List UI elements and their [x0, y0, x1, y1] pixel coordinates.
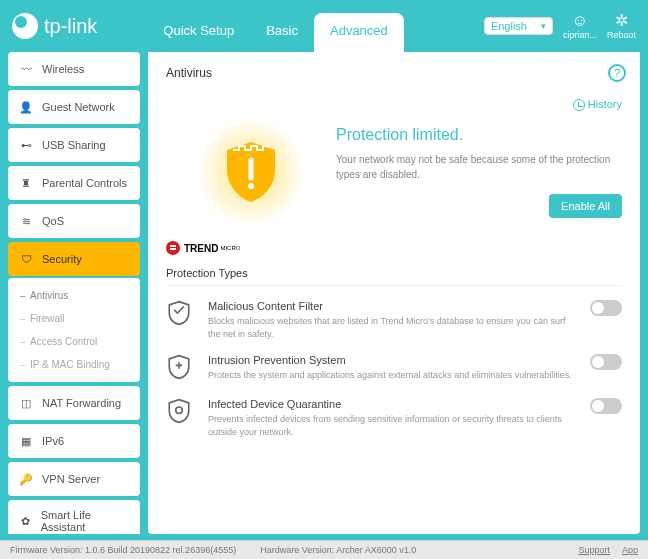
sub-item-ipmac[interactable]: IP & MAC Binding: [8, 353, 140, 376]
usb-icon: ⊷: [18, 137, 34, 153]
trend-label: TREND: [184, 243, 218, 254]
section-title: Protection Types: [166, 267, 622, 286]
ptype-body: Infected Device Quarantine Prevents infe…: [208, 398, 576, 438]
svg-point-1: [176, 407, 183, 414]
smart-icon: ✿: [18, 513, 33, 529]
status-shield-wrap: [166, 117, 336, 227]
status-row: Protection limited. Your network may not…: [166, 117, 622, 227]
sidebar-label: IPv6: [42, 435, 64, 447]
hw-version: Hardware Version: Archer AX6000 v1.0: [260, 545, 416, 555]
sidebar-label: VPN Server: [42, 473, 100, 485]
user-icon: ☺: [563, 11, 597, 30]
sidebar-label: QoS: [42, 215, 64, 227]
sidebar-label: Wireless: [42, 63, 84, 75]
ptype-desc: Prevents infected devices from sending s…: [208, 413, 576, 438]
sidebar-label: Smart Life Assistant: [41, 509, 130, 533]
qos-icon: ≋: [18, 213, 34, 229]
shield-icon: 🛡: [18, 251, 34, 267]
enable-all-button[interactable]: Enable All: [549, 194, 622, 218]
ptype-name: Malicious Content Filter: [208, 300, 576, 312]
wifi-icon: 〰: [18, 61, 34, 77]
sidebar: 〰Wireless 👤Guest Network ⊷USB Sharing ♜P…: [8, 52, 140, 534]
protection-type-row: Intrusion Prevention System Protects the…: [166, 354, 622, 384]
ptype-body: Malicious Content Filter Blocks maliciou…: [208, 300, 576, 340]
main-panel: Antivirus ? History Protection limited. …: [148, 52, 640, 534]
language-value: English: [491, 20, 527, 32]
history-link[interactable]: History: [166, 98, 622, 111]
reboot-icon: ✲: [607, 11, 636, 30]
trend-sublabel: MICRO: [220, 245, 240, 251]
guest-icon: 👤: [18, 99, 34, 115]
sidebar-item-usb[interactable]: ⊷USB Sharing: [8, 128, 140, 162]
trend-icon: [166, 241, 180, 255]
protection-type-row: Malicious Content Filter Blocks maliciou…: [166, 300, 622, 340]
parental-icon: ♜: [18, 175, 34, 191]
sidebar-item-guest[interactable]: 👤Guest Network: [8, 90, 140, 124]
ptype-desc: Protects the system and applications aga…: [208, 369, 576, 382]
sidebar-item-parental[interactable]: ♜Parental Controls: [8, 166, 140, 200]
footer: Firmware Version: 1.0.6 Build 20190822 r…: [0, 540, 648, 559]
top-bar: tp-link Quick Setup Basic Advanced Engli…: [0, 0, 648, 52]
sidebar-label: Parental Controls: [42, 177, 127, 189]
nav-tabs: Quick Setup Basic Advanced: [147, 0, 403, 52]
tab-quick-setup[interactable]: Quick Setup: [147, 13, 250, 52]
trend-micro-badge: TREND MICRO: [166, 241, 622, 255]
shield-warning-icon: [223, 140, 279, 204]
tab-basic[interactable]: Basic: [250, 13, 314, 52]
sidebar-item-qos[interactable]: ≋QoS: [8, 204, 140, 238]
support-link[interactable]: Support: [578, 545, 610, 555]
reboot-button[interactable]: ✲Reboot: [607, 11, 636, 41]
user-label: ciprian...: [563, 30, 597, 40]
topbar-right: English ☺ciprian... ✲Reboot: [484, 11, 636, 41]
svg-point-0: [248, 183, 254, 189]
toggle-quarantine[interactable]: [590, 398, 622, 414]
sidebar-item-ipv6[interactable]: ▦IPv6: [8, 424, 140, 458]
quarantine-shield-icon: [166, 398, 194, 428]
sidebar-item-vpn[interactable]: 🔑VPN Server: [8, 462, 140, 496]
sidebar-item-nat[interactable]: ◫NAT Forwarding: [8, 386, 140, 420]
ptype-name: Intrusion Prevention System: [208, 354, 576, 366]
sidebar-item-wireless[interactable]: 〰Wireless: [8, 52, 140, 86]
clock-icon: [573, 99, 585, 111]
fw-version: Firmware Version: 1.0.6 Build 20190822 r…: [10, 545, 236, 555]
sidebar-label: NAT Forwarding: [42, 397, 121, 409]
reboot-label: Reboot: [607, 30, 636, 40]
status-title: Protection limited.: [336, 126, 622, 144]
app-link[interactable]: App: [622, 545, 638, 555]
protection-type-row: Infected Device Quarantine Prevents infe…: [166, 398, 622, 438]
sidebar-label: Security: [42, 253, 82, 265]
history-label: History: [588, 98, 622, 110]
sidebar-item-smart[interactable]: ✿Smart Life Assistant: [8, 500, 140, 534]
status-desc: Your network may not be safe because som…: [336, 152, 622, 182]
toggle-malicious-filter[interactable]: [590, 300, 622, 316]
tab-advanced[interactable]: Advanced: [314, 13, 404, 52]
logo-icon: [12, 13, 38, 39]
sidebar-item-security[interactable]: 🛡Security: [8, 242, 140, 276]
status-text: Protection limited. Your network may not…: [336, 126, 622, 218]
page-title: Antivirus: [166, 66, 622, 80]
shield-glow: [196, 117, 306, 227]
sub-item-firewall[interactable]: Firewall: [8, 307, 140, 330]
user-menu[interactable]: ☺ciprian...: [563, 11, 597, 41]
sub-item-access[interactable]: Access Control: [8, 330, 140, 353]
ptype-desc: Blocks malicious websites that are liste…: [208, 315, 576, 340]
ipv6-icon: ▦: [18, 433, 34, 449]
filter-shield-icon: [166, 300, 194, 330]
sub-item-antivirus[interactable]: Antivirus: [8, 284, 140, 307]
ptype-name: Infected Device Quarantine: [208, 398, 576, 410]
brand-text: tp-link: [44, 15, 97, 38]
sidebar-label: Guest Network: [42, 101, 115, 113]
ptype-body: Intrusion Prevention System Protects the…: [208, 354, 576, 382]
toggle-intrusion-prevention[interactable]: [590, 354, 622, 370]
brand-logo: tp-link: [12, 13, 97, 39]
help-icon[interactable]: ?: [608, 64, 626, 82]
sidebar-label: USB Sharing: [42, 139, 106, 151]
vpn-icon: 🔑: [18, 471, 34, 487]
language-select[interactable]: English: [484, 17, 553, 35]
nat-icon: ◫: [18, 395, 34, 411]
ips-shield-icon: [166, 354, 194, 384]
sidebar-submenu: Antivirus Firewall Access Control IP & M…: [8, 278, 140, 382]
